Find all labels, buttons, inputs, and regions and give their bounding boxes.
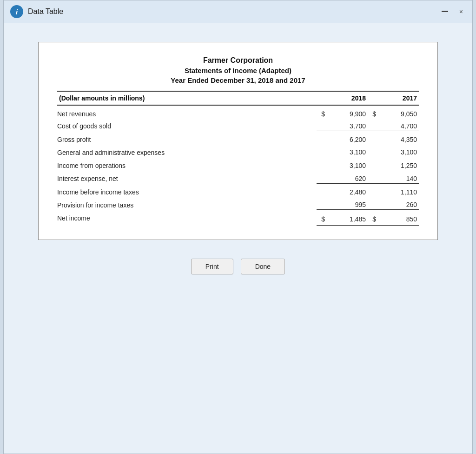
info-icon: i: [10, 5, 23, 18]
title-bar: i Data Table ×: [4, 0, 472, 23]
net-revenues-dollar-2017: $: [368, 105, 377, 119]
col-2018-header: 2018: [326, 91, 368, 105]
ga-dollar-2018: [317, 144, 326, 157]
ie-dollar-2018: [317, 170, 326, 183]
income-before-tax-row: Income before income taxes 2,480 1,110: [57, 183, 419, 197]
pit-val-2018: 995: [326, 197, 368, 210]
gen-admin-label: General and administrative expenses: [57, 144, 317, 157]
io-val-2018: 3,100: [326, 157, 368, 171]
content-area: Farmer Corporation Statements of Income …: [4, 23, 472, 454]
period-label: Year Ended December 31, 2018 and 2017: [57, 76, 419, 84]
statement-name: Statements of Income (Adapted): [57, 67, 419, 74]
net-income-label: Net income: [57, 210, 317, 225]
financial-table: (Dollar amounts in millions) 2018 2017 N…: [57, 91, 419, 226]
main-window: i Data Table × Farmer Corporation Statem…: [3, 0, 473, 454]
ie-val-2018: 620: [326, 170, 368, 183]
ie-dollar-2017: [368, 170, 377, 183]
gp-val-2018: 6,200: [326, 131, 368, 144]
ibt-val-2018: 2,480: [326, 183, 368, 197]
ga-val-2017: 3,100: [377, 144, 419, 157]
cost-of-goods-label-inline: Cost of goods sold: [57, 119, 317, 131]
gp-val-2017: 4,350: [377, 131, 419, 144]
net-income-row: Net income $ 1,485 $ 850: [57, 210, 419, 225]
ni-val-2017: 850: [377, 210, 419, 225]
ie-val-2017: 140: [377, 170, 419, 183]
close-button[interactable]: ×: [456, 7, 466, 16]
ga-dollar-2017: [368, 144, 377, 157]
income-ops-label: Income from operations: [57, 157, 317, 171]
io-dollar-2017: [368, 157, 377, 171]
col-dollar-2018-header: [317, 91, 326, 105]
pit-dollar-2018: [317, 197, 326, 210]
cogs-dollar-2017: [368, 119, 377, 131]
gp-dollar-2017: [368, 131, 377, 144]
interest-exp-row: Interest expense, net 620 140: [57, 170, 419, 183]
net-revenues-dollar-2018: $: [317, 105, 326, 119]
footer-buttons: Print Done: [191, 259, 285, 274]
title-left: i Data Table: [10, 5, 63, 18]
provision-row: Provision for income taxes 995 260: [57, 197, 419, 210]
net-revenues-label: Net revenues: [57, 105, 317, 119]
net-revenues-label-row: Net revenues $ 9,900 $ 9,050: [57, 105, 419, 119]
table-container: Farmer Corporation Statements of Income …: [38, 42, 438, 240]
interest-exp-label: Interest expense, net: [57, 170, 317, 183]
provision-label: Provision for income taxes: [57, 197, 317, 210]
io-val-2017: 1,250: [377, 157, 419, 171]
cogs-val-2017: 4,700: [377, 119, 419, 131]
net-revenues-val-2018: 9,900: [326, 105, 368, 119]
print-button[interactable]: Print: [191, 259, 233, 274]
col-label-header: (Dollar amounts in millions): [57, 91, 317, 105]
minimize-button[interactable]: [439, 10, 451, 14]
ga-val-2018: 3,100: [326, 144, 368, 157]
gp-dollar-2018: [317, 131, 326, 144]
done-button[interactable]: Done: [241, 259, 285, 274]
ibt-dollar-2018: [317, 183, 326, 197]
ni-val-2018: 1,485: [326, 210, 368, 225]
report-title: Farmer Corporation Statements of Income …: [57, 56, 419, 84]
ibt-dollar-2017: [368, 183, 377, 197]
cost-of-goods-num-row: Cost of goods sold 3,700 4,700: [57, 119, 419, 131]
cogs-val-2018: 3,700: [326, 119, 368, 131]
gross-profit-label: Gross profit: [57, 131, 317, 144]
ni-dollar-2018: $: [317, 210, 326, 225]
net-revenues-val-2017: 9,050: [377, 105, 419, 119]
income-before-tax-label: Income before income taxes: [57, 183, 317, 197]
company-name: Farmer Corporation: [57, 56, 419, 65]
window-controls: ×: [439, 7, 466, 16]
gen-admin-row: General and administrative expenses 3,10…: [57, 144, 419, 157]
pit-val-2017: 260: [377, 197, 419, 210]
ni-dollar-2017: $: [368, 210, 377, 225]
col-2017-header: 2017: [377, 91, 419, 105]
ibt-val-2017: 1,110: [377, 183, 419, 197]
minimize-icon: [442, 11, 448, 12]
window-title: Data Table: [28, 7, 63, 16]
gross-profit-row: Gross profit 6,200 4,350: [57, 131, 419, 144]
income-ops-row: Income from operations 3,100 1,250: [57, 157, 419, 171]
col-dollar-2017-header: [368, 91, 377, 105]
table-header-row: (Dollar amounts in millions) 2018 2017: [57, 91, 419, 105]
io-dollar-2018: [317, 157, 326, 171]
pit-dollar-2017: [368, 197, 377, 210]
cogs-dollar-2018: [317, 119, 326, 131]
